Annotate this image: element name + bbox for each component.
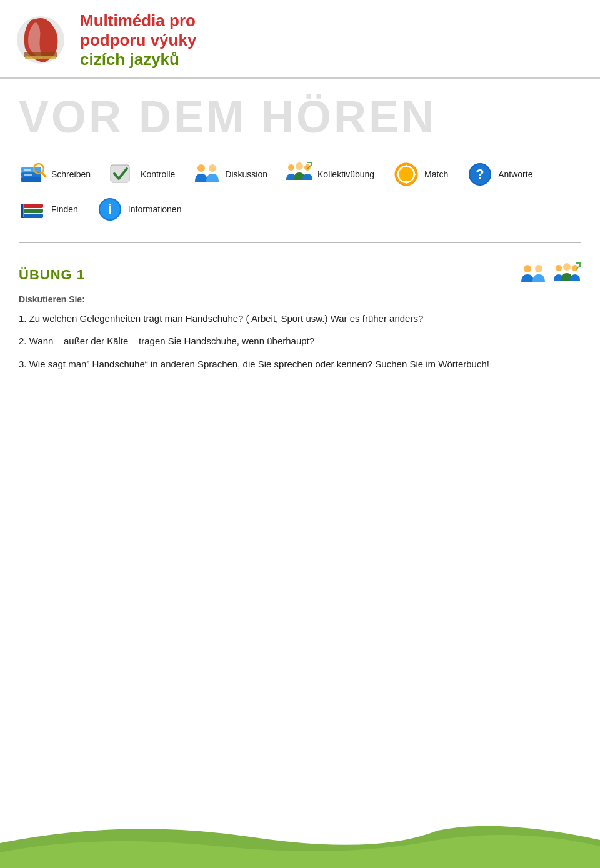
ubung-discussion-icon <box>519 261 548 289</box>
svg-rect-2 <box>25 56 56 59</box>
schreiben-label: Schreiben <box>51 169 91 179</box>
books-icon <box>19 195 48 224</box>
ubung-group-icon <box>552 261 581 289</box>
discussion-icon <box>192 160 221 189</box>
diskussion-label: Diskussion <box>225 169 268 179</box>
svg-point-14 <box>296 162 303 170</box>
svg-line-7 <box>42 172 46 177</box>
question-2: 2. Wann – außer der Kälte – tragen Sie H… <box>19 334 581 349</box>
svg-rect-3 <box>21 177 41 182</box>
checkmark-icon <box>108 160 137 189</box>
ubung-header-icons <box>519 261 581 289</box>
question-1: 1. Zu welchen Gelegenheiten trägt man Ha… <box>19 312 581 326</box>
question-2-text: Wann – außer der Kälte – tragen Sie Hand… <box>29 336 314 346</box>
svg-rect-27 <box>21 204 43 208</box>
match-icon <box>392 160 421 189</box>
icon-item-kontrolle[interactable]: Kontrolle <box>108 160 175 189</box>
icon-bar-row2: Finden i Informationen <box>0 195 600 236</box>
svg-rect-28 <box>21 204 24 218</box>
group-icon <box>285 160 314 189</box>
ubung-title: ÜBUNG 1 <box>19 267 85 283</box>
svg-point-13 <box>288 164 294 171</box>
kontrolle-label: Kontrolle <box>141 169 175 179</box>
writing-icon <box>19 160 48 189</box>
match-label: Match <box>424 169 448 179</box>
question-2-number: 2. <box>19 336 27 346</box>
logo <box>12 14 69 67</box>
finden-label: Finden <box>51 204 78 214</box>
icon-item-informationen[interactable]: i Informationen <box>96 195 182 224</box>
page-title: VOR DEM HÖREN <box>0 79 600 149</box>
icon-item-schreiben[interactable]: Schreiben <box>19 160 91 189</box>
icon-item-antworte[interactable]: ? Antworte <box>466 160 532 189</box>
antworte-label: Antworte <box>498 169 532 179</box>
info-icon: i <box>96 195 124 224</box>
icon-item-finden[interactable]: Finden <box>19 195 78 224</box>
svg-point-11 <box>198 164 205 172</box>
svg-point-36 <box>563 263 571 271</box>
question-3-text: Wie sagt man” Handschuhe“ in anderen Spr… <box>29 359 489 369</box>
svg-point-15 <box>304 164 311 171</box>
footer-wave <box>0 818 600 868</box>
svg-point-34 <box>535 265 542 272</box>
diskutieren-label: Diskutieren Sie: <box>19 294 581 304</box>
icon-bar: Schreiben Kontrolle Diskussion <box>0 149 600 201</box>
header: Multimédia pro podporu výuky cizích jazy… <box>0 0 600 79</box>
svg-point-12 <box>209 164 216 172</box>
svg-rect-25 <box>21 214 43 218</box>
question-3: 3. Wie sagt man” Handschuhe“ in anderen … <box>19 357 581 372</box>
svg-text:?: ? <box>476 166 484 182</box>
icon-item-diskussion[interactable]: Diskussion <box>192 160 268 189</box>
svg-rect-26 <box>21 209 43 213</box>
ubung-section: ÜBUNG 1 <box>0 249 600 387</box>
informationen-label: Informationen <box>128 204 182 214</box>
question-1-text: Zu welchen Gelegenheiten trägt man Hands… <box>29 313 424 324</box>
icon-item-kollektivubung[interactable]: Kollektivübung <box>285 160 374 189</box>
icon-item-match[interactable]: Match <box>392 160 448 189</box>
logo-text: Multimédia pro podporu výuky cizích jazy… <box>80 11 196 70</box>
section-divider <box>19 242 581 243</box>
question-1-number: 1. <box>19 313 27 324</box>
kollektivubung-label: Kollektivübung <box>318 169 374 179</box>
svg-point-35 <box>556 265 562 271</box>
question-list: 1. Zu welchen Gelegenheiten trägt man Ha… <box>19 312 581 372</box>
question-3-number: 3. <box>19 359 27 369</box>
question-icon: ? <box>466 160 494 189</box>
ubung-header: ÜBUNG 1 <box>19 261 581 289</box>
svg-text:i: i <box>108 201 112 217</box>
svg-point-33 <box>524 265 531 272</box>
